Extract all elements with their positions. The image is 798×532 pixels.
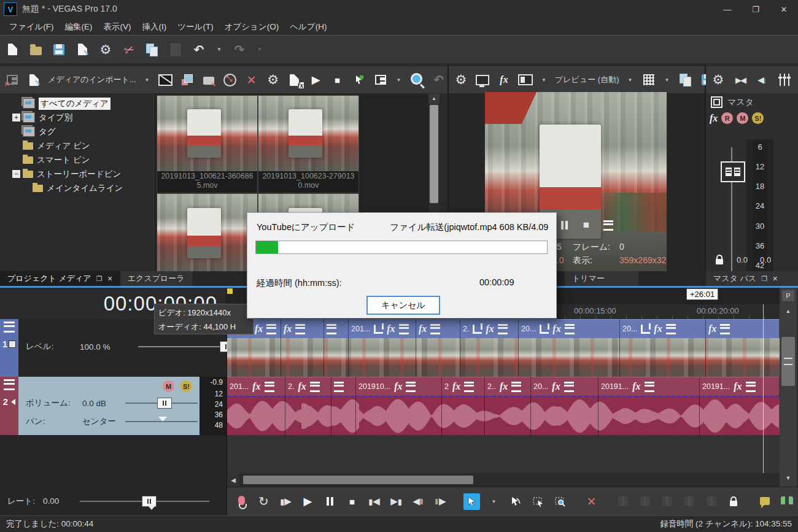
audio-event[interactable]: 201910...fx: [356, 377, 442, 396]
h-scrollbar-thumb[interactable]: [243, 476, 473, 484]
views-button[interactable]: [373, 72, 388, 87]
video-event[interactable]: [324, 319, 349, 338]
insert-marker-button[interactable]: [756, 493, 773, 510]
event-menu-icon[interactable]: [334, 382, 344, 392]
event-fx-icon[interactable]: fx: [486, 323, 494, 334]
trim-adjacent-button[interactable]: [659, 493, 675, 510]
previous-frame-button[interactable]: ◀‖: [410, 493, 427, 510]
close-button[interactable]: ✕: [770, 0, 798, 18]
audio-event[interactable]: 201...fx: [227, 377, 285, 396]
scroll-down-icon[interactable]: ▼: [780, 473, 797, 483]
event-menu-icon[interactable]: [645, 382, 654, 392]
overlays-dropdown[interactable]: ▼: [663, 72, 672, 87]
expand-icon[interactable]: +: [12, 114, 20, 121]
event-menu-icon[interactable]: [464, 382, 474, 392]
event-fx-icon[interactable]: fx: [394, 381, 402, 392]
audio-event[interactable]: 2fx: [442, 377, 485, 396]
split-screen-button[interactable]: [518, 72, 533, 87]
split-screen-dropdown[interactable]: ▼: [540, 72, 548, 87]
downmix-output-button[interactable]: ◀↓: [755, 72, 770, 87]
loop-playback-button[interactable]: ↻: [255, 493, 272, 510]
tab-explorer[interactable]: エクスプローラ: [120, 271, 192, 286]
redo-dropdown[interactable]: ▼: [255, 42, 264, 57]
tab-project-media[interactable]: プロジェクト メディア ❐ ✕: [0, 271, 120, 286]
tree-item-6[interactable]: メインタイムライン: [0, 181, 153, 195]
tree-item-1[interactable]: +タイプ別: [0, 110, 153, 125]
next-frame-button[interactable]: ‖▶: [432, 493, 449, 510]
video-track-color-strip[interactable]: 1: [0, 319, 18, 377]
track-menu-icon[interactable]: [4, 379, 15, 390]
clip-thumbnail[interactable]: [258, 96, 358, 171]
event-crop-icon[interactable]: [641, 325, 650, 334]
master-fader-handle[interactable]: [721, 161, 745, 182]
search-media-button[interactable]: [410, 72, 425, 87]
overlays-button[interactable]: [641, 72, 656, 87]
event-menu-icon[interactable]: [266, 324, 276, 334]
video-event[interactable]: 2.fx: [460, 319, 519, 338]
scroll-up-icon[interactable]: ▲: [428, 94, 440, 104]
remove-all-media-button[interactable]: ✕: [5, 72, 20, 87]
event-menu-icon[interactable]: [511, 382, 521, 392]
open-project-button[interactable]: [28, 42, 43, 57]
play-button[interactable]: ▶: [300, 493, 316, 510]
cancel-button[interactable]: キャンセル: [366, 296, 440, 315]
audio-event[interactable]: 20191...fx: [598, 377, 700, 396]
event-menu-icon[interactable]: [564, 382, 574, 392]
master-tab-close-icon[interactable]: ✕: [772, 275, 778, 283]
meter-lock-icon[interactable]: [715, 252, 724, 267]
play-from-start-button[interactable]: ▮▶: [277, 493, 294, 510]
playhead-cap[interactable]: [227, 288, 233, 294]
zoom-edit-tool-button[interactable]: [552, 493, 568, 510]
minimize-button[interactable]: —: [713, 0, 742, 18]
video-event[interactable]: fx: [706, 319, 780, 338]
audio-event[interactable]: 2.fx: [285, 377, 331, 396]
pan-slider-handle[interactable]: [158, 417, 167, 426]
preview-stop-button[interactable]: ■: [579, 218, 594, 233]
edit-details-button[interactable]: P: [782, 290, 794, 301]
undo-dropdown[interactable]: ▼: [215, 42, 223, 57]
volume-slider[interactable]: [125, 403, 198, 404]
trim-end-button[interactable]: [637, 493, 653, 510]
event-menu-icon[interactable]: [720, 324, 730, 334]
master-properties-button[interactable]: ⚙: [711, 72, 726, 87]
event-fx-icon[interactable]: fx: [387, 323, 395, 334]
video-event[interactable]: 20...fx: [519, 319, 620, 338]
event-fx-icon[interactable]: fx: [708, 323, 716, 334]
media-clip[interactable]: 20191013_100621-3606865.mov: [157, 95, 258, 193]
video-event[interactable]: 201...fx: [349, 319, 416, 338]
track-menu-icon[interactable]: [4, 322, 15, 333]
v-scrollbar-thumb[interactable]: [781, 337, 795, 386]
new-project-button[interactable]: [5, 42, 20, 57]
preview-quality-label[interactable]: プレビュー (自動): [555, 74, 619, 85]
event-menu-icon[interactable]: [310, 382, 320, 392]
video-output-fx-button[interactable]: fx: [497, 72, 511, 87]
render-as-button[interactable]: ➘: [75, 42, 90, 57]
clip-thumbnail[interactable]: [157, 194, 257, 272]
preview-quality-dropdown[interactable]: ▼: [626, 72, 635, 87]
audio-event[interactable]: 20191...fx: [700, 377, 780, 396]
menu-item-6[interactable]: ヘルプ(H): [284, 20, 332, 34]
cut-button[interactable]: ✂: [122, 42, 136, 57]
event-menu-icon[interactable]: [746, 382, 756, 392]
paste-button[interactable]: [168, 42, 183, 57]
video-event[interactable]: fx: [416, 319, 460, 338]
master-record-gear-button[interactable]: R: [721, 112, 733, 124]
event-crop-icon[interactable]: [374, 325, 383, 334]
event-fx-icon[interactable]: fx: [552, 381, 560, 392]
tree-item-4[interactable]: スマート ビン: [0, 153, 153, 167]
remove-media-button[interactable]: ✕: [244, 72, 259, 87]
track2-solo-button[interactable]: S!: [180, 380, 192, 392]
auto-preview-button[interactable]: [352, 72, 366, 87]
event-fx-icon[interactable]: fx: [500, 381, 508, 392]
event-menu-icon[interactable]: [430, 324, 440, 334]
mixer-button[interactable]: [777, 72, 792, 87]
tree-item-5[interactable]: −ストーリーボードビン: [0, 167, 153, 181]
tree-item-3[interactable]: メディア ビン: [0, 139, 153, 153]
event-menu-icon[interactable]: [406, 382, 416, 392]
menu-item-1[interactable]: 編集(E): [60, 20, 98, 34]
trim-start-button[interactable]: [614, 493, 631, 510]
selection-edit-tool-button[interactable]: [530, 493, 546, 510]
save-project-button[interactable]: [52, 42, 66, 57]
event-crop-icon[interactable]: [540, 325, 549, 334]
timeline-v-scrollbar[interactable]: P ▲ ▼: [780, 288, 797, 487]
